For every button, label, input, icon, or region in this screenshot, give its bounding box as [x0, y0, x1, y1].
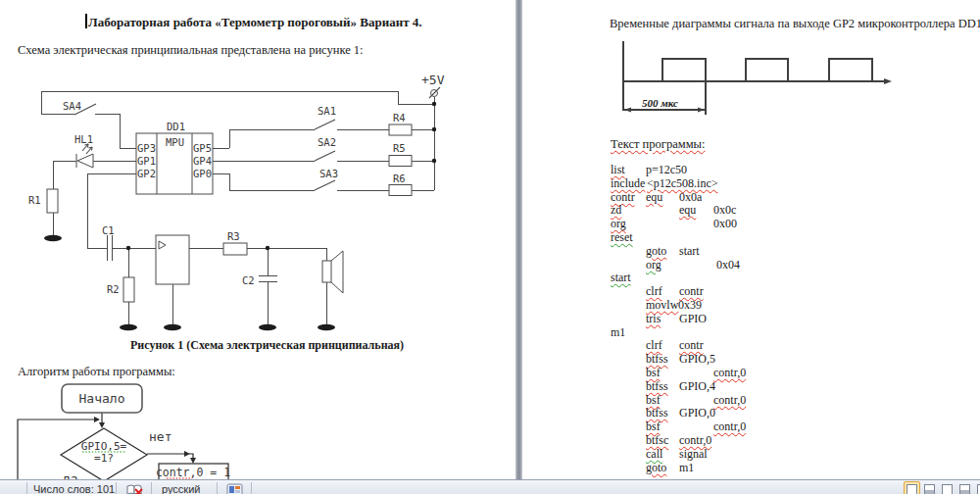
circuit-wires	[41, 91, 434, 324]
ground-icon	[259, 324, 276, 330]
schematic-figure: +5V SA4 HL1 R1 DD1 MPU GP3 GP1 GP2 GP5 G…	[0, 0, 515, 494]
code-line: btfssGPIO,0	[611, 406, 856, 420]
hl1-label: HL1	[74, 133, 93, 145]
code-line: listp=12c50	[611, 163, 856, 176]
dimension-arrowhead	[698, 108, 705, 113]
code-line: contrequ0x0a	[611, 190, 856, 204]
statusbar-separator	[116, 482, 117, 494]
r2-label: R2	[107, 283, 120, 295]
dd1-label: DD1	[167, 121, 185, 132]
code-line: bsfcontr,0	[611, 366, 856, 379]
speaker-cone	[331, 251, 343, 293]
code-line: org0x00	[611, 217, 856, 230]
flowchart-decision-line2: =1?	[94, 452, 114, 465]
statusbar-separator	[26, 482, 27, 494]
c2-label: C2	[242, 274, 255, 286]
code-line: start	[611, 271, 856, 284]
keyboard-language-icon[interactable]	[226, 482, 244, 494]
timing-diagram	[522, 0, 980, 137]
led-triangle	[77, 154, 93, 168]
signal-pulses	[662, 59, 872, 81]
dimension-label: 500 мкс	[642, 97, 678, 109]
fullscreen-reading-view-button[interactable]	[921, 481, 938, 494]
flowchart-start-label: Начало	[79, 391, 125, 406]
code-line: m1	[611, 325, 856, 339]
statusbar-separator	[217, 482, 218, 494]
outline-view-button[interactable]	[956, 481, 973, 494]
ground-icon	[318, 324, 335, 330]
code-line: btfssGPIO,5	[611, 352, 856, 366]
code-line: org0x04	[611, 258, 856, 272]
code-line: btfssGPIO,4	[611, 379, 856, 393]
code-line: include<p12c508.inc>	[611, 176, 856, 190]
algorithm-heading: Алгоритм работы программы:	[18, 365, 175, 379]
page-gap-divider	[515, 0, 522, 494]
program-heading: Текст программы:	[611, 137, 705, 152]
amplifier-input-mark	[159, 241, 166, 249]
circuit-components	[47, 90, 438, 303]
circuit-switch-blades	[74, 87, 440, 190]
gp5-pin-label: GP5	[193, 142, 212, 154]
code-line: bsfcontr,0	[611, 420, 856, 433]
r3-label: R3	[227, 230, 240, 242]
resistor-r6	[389, 185, 412, 196]
resistor-r1	[47, 189, 58, 213]
code-line: callsignal	[611, 447, 856, 461]
code-line: bsfcontr,0	[611, 393, 856, 407]
code-line: clrfcontr	[611, 284, 856, 298]
r4-label: R4	[393, 112, 406, 124]
status-bar: Число слов: 101 русский	[0, 479, 980, 494]
document-page-right: Временные диаграммы сигнала па выходе GP…	[522, 0, 980, 494]
statusbar-separator	[151, 482, 152, 494]
gp2-pin-label: GP2	[137, 168, 156, 179]
plus5v-label: +5V	[421, 73, 445, 87]
view-buttons	[904, 481, 980, 494]
ground-icon	[164, 324, 181, 330]
document-page-left: Лабораторная работа «Термометр пороговый…	[0, 0, 515, 494]
code-line: trisGPIO	[611, 312, 856, 325]
resistor-r5	[389, 156, 412, 167]
sa2-label: SA2	[318, 136, 336, 148]
draft-view-button[interactable]	[974, 481, 980, 494]
speaker-body	[322, 261, 331, 282]
circuit-junctions	[44, 102, 436, 330]
code-line: movlw0x39	[611, 298, 856, 312]
web-layout-view-button[interactable]	[939, 481, 956, 494]
dimension-arrowhead	[624, 108, 631, 113]
code-line: zdequ0x0c	[611, 203, 856, 217]
resistor-r2	[123, 277, 134, 302]
flowchart-no-label: нет	[149, 429, 172, 444]
r5-label: R5	[393, 142, 406, 154]
sa1-label: SA1	[318, 105, 336, 117]
figure-caption: Рисунок 1 (Схема электрическая принципиа…	[130, 338, 404, 353]
word-two-page-view: { "left_page": { "title": "Лабораторная …	[0, 0, 980, 494]
resistor-r3	[223, 243, 247, 255]
ground-icon	[120, 324, 137, 330]
gp0-pin-label: GP0	[193, 168, 212, 179]
r1-label: R1	[28, 194, 41, 206]
gp3-pin-label: GP3	[137, 142, 156, 154]
axis-arrowhead	[884, 78, 892, 84]
code-line: btfsccontr,0	[611, 433, 856, 447]
gp4-pin-label: GP4	[193, 155, 212, 167]
statusbar-separator	[251, 482, 252, 494]
word-count-indicator[interactable]: Число слов: 101	[33, 483, 115, 494]
gp1-pin-label: GP1	[137, 155, 156, 167]
r6-label: R6	[393, 173, 406, 184]
spellcheck-error-icon[interactable]	[125, 482, 145, 494]
code-line: gotom1	[611, 461, 856, 474]
ground-icon	[44, 235, 62, 241]
sa4-label: SA4	[63, 100, 81, 112]
c1-label: C1	[102, 224, 115, 236]
code-line: reset	[611, 230, 856, 244]
code-line: gotostart	[611, 244, 856, 258]
language-indicator[interactable]: русский	[162, 483, 200, 494]
mpu-label: MPU	[166, 136, 184, 148]
resistor-r4	[389, 124, 412, 135]
print-layout-view-button[interactable]	[904, 481, 920, 494]
sa3-label: SA3	[319, 168, 338, 179]
code-line: clrfcontr	[611, 338, 856, 352]
flowchart-action-label: contr,0 = 1	[156, 466, 230, 479]
